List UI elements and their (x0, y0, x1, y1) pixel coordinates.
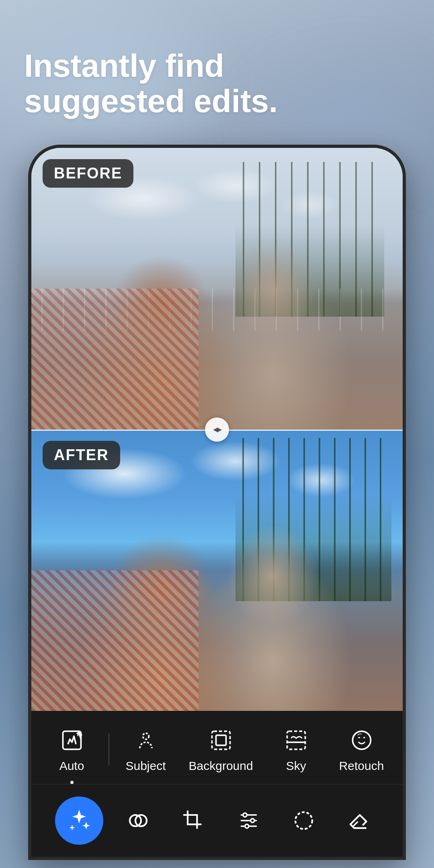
tool-sky[interactable]: Sky (268, 723, 324, 776)
select-button[interactable] (284, 800, 324, 841)
after-section: AFTER (31, 430, 403, 711)
headline-line2: suggested edits. (24, 83, 278, 119)
auto-enhance-icon (60, 728, 84, 752)
crop-icon (182, 809, 205, 832)
background-frame-icon (209, 728, 233, 752)
tool-auto[interactable]: Auto (44, 723, 100, 776)
after-label: AFTER (43, 441, 120, 469)
subject-label: Subject (125, 759, 166, 773)
toolbar: Auto Subject (31, 711, 403, 857)
crop-button[interactable] (173, 800, 213, 841)
image-comparison-wrapper: BEFORE AFTER (31, 148, 403, 711)
svg-point-9 (243, 813, 247, 817)
svg-point-12 (295, 812, 312, 829)
headline: Instantly find suggested edits. (24, 48, 278, 119)
svg-point-11 (245, 824, 248, 828)
adjust-button[interactable] (229, 800, 269, 841)
svg-rect-4 (216, 735, 226, 745)
retouch-icon (348, 726, 376, 754)
svg-point-10 (250, 819, 254, 822)
retouch-face-icon (350, 728, 374, 752)
subject-person-icon (134, 728, 158, 752)
sky-icon (282, 726, 310, 754)
overlay-circle-icon (127, 809, 149, 832)
svg-point-2 (143, 733, 149, 739)
action-bar (31, 784, 403, 853)
subject-icon (132, 726, 160, 754)
tool-divider-1 (108, 733, 109, 766)
after-clothing (31, 570, 199, 711)
background-label: Background (189, 759, 253, 773)
erase-button[interactable] (339, 800, 379, 841)
before-clothing (31, 289, 199, 429)
before-section: BEFORE (31, 148, 403, 430)
auto-icon (58, 726, 86, 754)
background-icon (207, 726, 235, 754)
select-circle-icon (293, 809, 315, 832)
svg-rect-5 (287, 731, 305, 749)
phone-container: BEFORE AFTER (28, 145, 406, 868)
headline-line1: Instantly find (24, 48, 224, 84)
tool-retouch[interactable]: Retouch (333, 723, 391, 776)
auto-label: Auto (59, 759, 84, 773)
tool-background[interactable]: Background (182, 723, 260, 776)
eraser-icon (348, 809, 370, 832)
toolbar-tools: Auto Subject (31, 719, 403, 784)
magic-wand-icon (67, 809, 91, 833)
sliders-icon (237, 809, 260, 832)
tool-subject[interactable]: Subject (118, 723, 174, 776)
sky-label: Sky (286, 759, 306, 773)
svg-rect-3 (212, 731, 230, 749)
phone-frame: BEFORE AFTER (28, 145, 406, 860)
before-label: BEFORE (43, 159, 133, 188)
overlay-button[interactable] (118, 800, 158, 841)
sky-landscape-icon (284, 728, 308, 752)
drag-handle[interactable] (205, 418, 229, 442)
retouch-label: Retouch (339, 759, 384, 773)
magic-edit-button[interactable] (55, 796, 103, 845)
